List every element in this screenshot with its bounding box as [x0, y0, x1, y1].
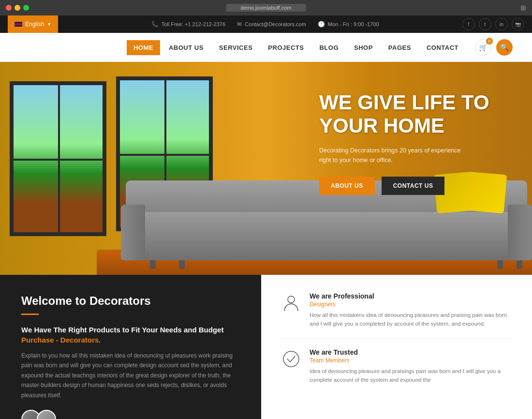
search-button[interactable]: 🔍 [496, 39, 513, 56]
about-right-panel: We are Professional Designers How all th… [261, 275, 532, 419]
search-icon: 🔍 [500, 43, 509, 52]
browser-dot-green[interactable] [23, 5, 29, 11]
nav-services[interactable]: SERVICES [212, 40, 260, 55]
checkmark-icon [281, 349, 301, 369]
about-section: Welcome to Decorators We Have The Right … [0, 275, 532, 419]
browser-dot-red[interactable] [6, 5, 12, 11]
feature-divider [281, 338, 513, 339]
sofa-leg-4 [517, 260, 522, 269]
cart-icon: 🛒 [479, 43, 488, 52]
feature-trusted-content: We are Trusted Team Members Idea of deno… [310, 348, 513, 385]
sofa-body [121, 212, 532, 260]
sofa-leg-2 [179, 260, 185, 269]
feature-trusted-desc: Idea of denouncing pleasure and praising… [310, 367, 513, 385]
navbar: HOME ABOUT US SERVICES PROJECTS BLOG SHO… [0, 33, 532, 62]
top-bar: English ▼ 📞 Toll Free: +1 212-212-2376 ✉… [0, 15, 532, 33]
browser-expand-icon[interactable]: ⊞ [520, 4, 526, 12]
hero-title: WE GIVE LIFE TO YOUR HOME [319, 91, 503, 138]
phone-icon: 📞 [151, 21, 159, 28]
sofa-leg-3 [497, 260, 503, 269]
professional-icon-wrap [281, 292, 302, 314]
email-address: Contact@Decorators.com [245, 21, 306, 27]
nav-actions: 🛒 0 🔍 [475, 39, 513, 56]
person-icon [281, 293, 301, 313]
nav-blog[interactable]: BLOG [312, 40, 345, 55]
about-subtitle-text: We Have The Right Products to Fit Your N… [21, 326, 223, 334]
sofa-leg-1 [150, 260, 156, 269]
feature-professional-content: We are Professional Designers How all th… [310, 292, 513, 329]
phone-info: 📞 Toll Free: +1 212-212-2376 [151, 21, 225, 28]
flag-icon [15, 22, 22, 27]
hero-buttons: ABOUT US CONTACT US [319, 177, 503, 195]
about-title: Welcome to Decorators [21, 294, 240, 308]
feature-trusted: We are Trusted Team Members Idea of deno… [281, 348, 513, 385]
clock-icon: 🕐 [318, 21, 325, 28]
browser-chrome: demo.joomlabuff.com ⊞ [0, 0, 532, 15]
hero-title-line2: YOUR HOME [319, 114, 444, 137]
svg-point-0 [288, 296, 295, 303]
about-subtitle-link[interactable]: Purchase - Decorators. [21, 336, 101, 344]
about-body: Explain to you how all this mistaken ide… [21, 351, 240, 400]
instagram-icon[interactable]: 📷 [512, 18, 524, 30]
feature-trusted-title: We are Trusted [310, 348, 513, 356]
about-avatar-row [21, 410, 240, 419]
about-divider [21, 314, 39, 315]
business-hours: Mon - Fri : 9:00 -1700 [328, 21, 379, 27]
language-label: English [25, 21, 44, 28]
window-frame-left [10, 81, 106, 236]
nav-shop[interactable]: SHOP [347, 40, 380, 55]
sofa-arm-right [508, 205, 532, 260]
hours-info: 🕐 Mon - Fri : 9:00 -1700 [318, 21, 379, 28]
feature-professional-desc: How all this mistakens idea of denouncin… [310, 311, 513, 329]
email-icon: ✉ [237, 21, 242, 28]
contact-us-button[interactable]: CONTACT US [382, 177, 445, 195]
feature-professional: We are Professional Designers How all th… [281, 292, 513, 329]
hero-subtitle: Decorating Decorators brings 20 years of… [319, 146, 464, 165]
twitter-icon[interactable]: t [479, 18, 491, 30]
about-us-button[interactable]: ABOUT US [319, 177, 375, 195]
cart-button[interactable]: 🛒 0 [475, 39, 491, 56]
hero-title-line1: WE GIVE LIFE TO [319, 91, 489, 114]
browser-dot-yellow[interactable] [15, 5, 20, 11]
feature-trusted-sub: Team Members [310, 357, 513, 364]
facebook-icon[interactable]: f [462, 18, 475, 30]
avatar-2 [37, 410, 56, 419]
phone-number: Toll Free: +1 212-212-2376 [162, 21, 225, 27]
nav-about[interactable]: ABOUT US [162, 40, 210, 55]
chevron-down-icon: ▼ [47, 22, 51, 27]
trusted-icon-wrap [281, 348, 302, 370]
hero-content: WE GIVE LIFE TO YOUR HOME Decorating Dec… [319, 91, 503, 195]
feature-professional-sub: Designers [310, 301, 513, 308]
nav-home[interactable]: HOME [127, 40, 160, 55]
nav-projects[interactable]: PROJECTS [261, 40, 310, 55]
sofa-arm-left [121, 205, 145, 260]
svg-point-1 [283, 351, 299, 367]
cart-badge: 0 [486, 38, 493, 45]
feature-professional-title: We are Professional [310, 292, 513, 300]
language-button[interactable]: English ▼ [8, 15, 58, 33]
nav-contact[interactable]: CONTACT [420, 40, 465, 55]
browser-url: demo.joomlabuff.com [226, 4, 306, 12]
hero-section: WE GIVE LIFE TO YOUR HOME Decorating Dec… [0, 62, 532, 275]
social-links: f t in 📷 [462, 18, 524, 30]
top-bar-info: 📞 Toll Free: +1 212-212-2376 ✉ Contact@D… [68, 21, 462, 28]
about-left-panel: Welcome to Decorators We Have The Right … [0, 275, 261, 419]
about-subtitle: We Have The Right Products to Fit Your N… [21, 325, 240, 345]
email-info: ✉ Contact@Decorators.com [237, 21, 306, 28]
nav-pages[interactable]: PAGES [382, 40, 418, 55]
nav-links: HOME ABOUT US SERVICES PROJECTS BLOG SHO… [127, 43, 465, 52]
linkedin-icon[interactable]: in [495, 18, 508, 30]
